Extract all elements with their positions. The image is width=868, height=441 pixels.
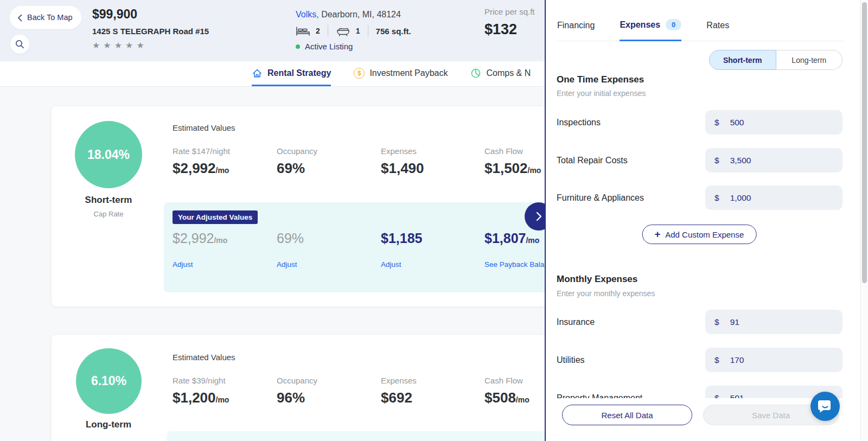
- adjusted-rate: $2,992/mo Adjust: [173, 231, 227, 269]
- expense-row-insurance: Insurance $: [557, 310, 843, 334]
- monthly-expenses-title: Monthly Expenses: [557, 274, 637, 285]
- listing-status: Active Listing: [296, 42, 411, 51]
- analysis-tabbar: Rental Strategy $ Investment Payback Com…: [0, 61, 545, 87]
- page-scrollbar: [860, 0, 868, 441]
- expenses-side-panel: Financing Expenses 0 Rates Short-term Lo…: [545, 0, 868, 441]
- expense-row-repairs: Total Repair Costs $: [557, 148, 843, 172]
- listing-location: Volks, Dearborn, MI, 48124 2 1 756 sq.ft…: [296, 10, 411, 51]
- insurance-input-wrap: $: [705, 310, 843, 334]
- term-toggle: Short-term Long-term: [709, 50, 843, 70]
- add-custom-expense-label: Add Custom Expense: [665, 230, 744, 239]
- adjusted-expenses: $1,185 Adjust: [381, 231, 422, 269]
- tab-financing-label: Financing: [557, 21, 595, 30]
- cap-rate-circle: 18.04%: [75, 121, 142, 188]
- pie-chart-icon: [470, 68, 481, 79]
- strategy-cards: 18.04% Short-term Cap Rate Estimated Val…: [0, 87, 545, 441]
- property-analysis-main: Back To Map $99,900 1425 S TELEGRAPH Roa…: [0, 0, 545, 441]
- price-per-sqft-value: $132: [484, 21, 535, 38]
- property-header: Back To Map $99,900 1425 S TELEGRAPH Roa…: [0, 0, 545, 61]
- inspections-input[interactable]: [730, 118, 817, 127]
- toggle-short-term[interactable]: Short-term: [709, 50, 776, 70]
- adjusted-values-panel: [167, 431, 545, 441]
- tab-comps[interactable]: Comps & N: [470, 61, 531, 86]
- monthly-expenses-subtitle: Enter your monthly expenses: [557, 289, 655, 298]
- scrollbar-thumb[interactable]: [862, 2, 867, 283]
- one-time-expenses-title: One Time Expenses: [557, 74, 644, 85]
- dollar-coin-icon: $: [354, 68, 365, 79]
- repairs-input-wrap: $: [705, 148, 843, 172]
- neighborhood-link[interactable]: Volks,: [296, 10, 319, 19]
- tab-comps-label: Comps & N: [486, 68, 531, 78]
- add-custom-expense-button[interactable]: + Add Custom Expense: [642, 225, 757, 244]
- beds-count: 2: [316, 27, 320, 35]
- expense-row-furniture: Furniture & Appliances $: [557, 186, 843, 210]
- tab-rates-label: Rates: [706, 21, 729, 30]
- house-icon: [252, 68, 263, 79]
- rating-stars: ★★★★★: [92, 40, 209, 50]
- expenses-count-badge: 0: [666, 19, 681, 30]
- area-sqft: 756 sq.ft.: [376, 27, 411, 36]
- adjusted-cashflow: $1,807/mo See Payback Balance: [484, 231, 545, 269]
- estimated-rate: Rate $147/night $2,992/mo: [173, 146, 230, 177]
- status-label: Active Listing: [305, 42, 353, 51]
- listing-facts: 2 1 756 sq.ft.: [296, 25, 411, 37]
- cap-rate-value: 6.10%: [91, 374, 126, 388]
- adjusted-occupancy: 69% Adjust: [277, 231, 304, 269]
- baths-count: 1: [356, 27, 360, 35]
- repairs-input[interactable]: [730, 156, 817, 165]
- adjust-rate-link[interactable]: Adjust: [173, 260, 227, 269]
- tab-expenses[interactable]: Expenses 0: [620, 19, 681, 41]
- cap-rate-value: 18.04%: [87, 148, 130, 162]
- insurance-input[interactable]: [730, 317, 817, 327]
- estimated-cashflow: Cash Flow $508/mo: [484, 376, 529, 406]
- tab-rates[interactable]: Rates: [706, 21, 729, 41]
- bed-icon: [296, 26, 310, 36]
- currency-symbol: $: [714, 156, 719, 165]
- toggle-long-term[interactable]: Long-term: [776, 50, 843, 70]
- divider: [328, 25, 328, 37]
- chevron-left-icon: [17, 14, 22, 22]
- app-window: Back To Map $99,900 1425 S TELEGRAPH Roa…: [0, 0, 868, 441]
- estimated-values-title: Estimated Values: [173, 353, 235, 362]
- currency-symbol: $: [714, 118, 719, 127]
- back-to-map-button[interactable]: Back To Map: [10, 6, 81, 29]
- utilities-input-wrap: $: [705, 348, 843, 372]
- price-per-sqft-label: Price per sq.ft: [484, 7, 535, 16]
- plus-icon: +: [655, 229, 661, 239]
- panel-tabbar: Financing Expenses 0 Rates: [557, 0, 844, 41]
- adjust-expenses-link[interactable]: Adjust: [381, 260, 422, 269]
- utilities-input[interactable]: [730, 355, 817, 365]
- divider: [368, 25, 368, 37]
- furniture-input-wrap: $: [705, 186, 843, 210]
- estimated-rate: Rate $39/night $1,200/mo: [173, 376, 229, 406]
- estimated-expenses: Expenses $1,490: [381, 146, 424, 177]
- active-dot-icon: [296, 44, 300, 49]
- search-icon: [15, 40, 24, 49]
- tab-expenses-label: Expenses: [620, 20, 660, 30]
- long-term-strategy-card: 6.10% Long-term Estimated Values Rate $3…: [52, 335, 545, 441]
- adjusted-values-badge: Your Adjusted Values: [173, 210, 258, 224]
- short-term-strategy-card: 18.04% Short-term Cap Rate Estimated Val…: [52, 106, 545, 306]
- search-button[interactable]: [10, 35, 29, 54]
- listing-address: 1425 S TELEGRAPH Road #15: [92, 27, 209, 36]
- see-payback-balance-link[interactable]: See Payback Balance: [484, 260, 545, 269]
- tab-investment-payback-label: Investment Payback: [369, 68, 448, 78]
- chat-launcher-button[interactable]: [810, 392, 840, 421]
- estimated-expenses: Expenses $692: [381, 376, 417, 406]
- bath-icon: [336, 25, 350, 36]
- chat-bubble-icon: [817, 398, 833, 414]
- adjusted-values-panel: Your Adjusted Values $2,992/mo Adjust 69…: [164, 202, 545, 292]
- tab-financing[interactable]: Financing: [557, 21, 595, 41]
- currency-symbol: $: [714, 193, 719, 203]
- strategy-term-label: Short-term: [65, 195, 152, 206]
- reset-all-data-button[interactable]: Reset All Data: [562, 405, 692, 425]
- back-to-map-label: Back To Map: [27, 13, 73, 22]
- cap-rate-caption: Cap Rate: [65, 210, 152, 218]
- tab-investment-payback[interactable]: $ Investment Payback: [354, 61, 448, 86]
- city-state-zip: Dearborn, MI, 48124: [321, 10, 401, 19]
- cap-rate-circle: 6.10%: [76, 348, 142, 414]
- adjust-occupancy-link[interactable]: Adjust: [277, 260, 304, 269]
- strategy-term-label: Long-term: [65, 419, 152, 430]
- tab-rental-strategy[interactable]: Rental Strategy: [252, 61, 331, 86]
- furniture-input[interactable]: [730, 193, 817, 203]
